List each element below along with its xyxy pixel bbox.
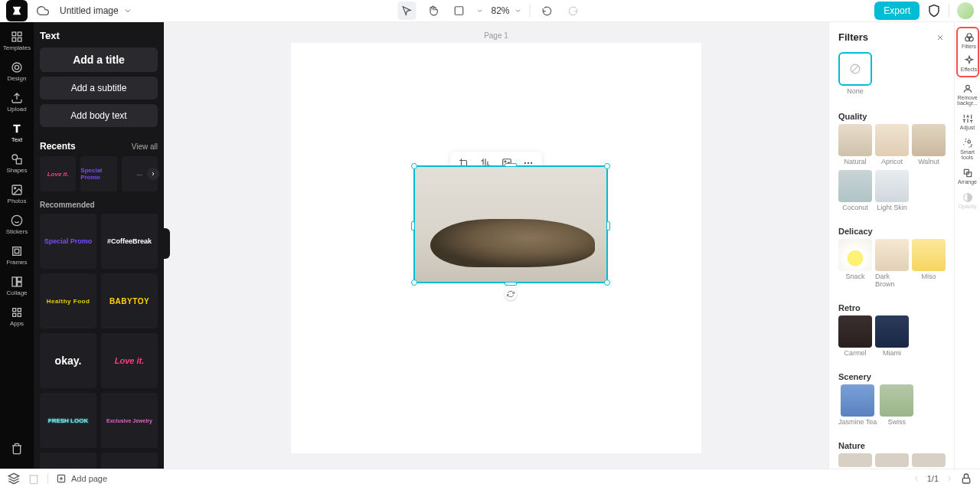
nav-collage[interactable]: Collage (2, 272, 32, 299)
svg-rect-1 (12, 32, 16, 36)
svg-rect-12 (13, 247, 21, 255)
text-style[interactable]: FRESH LOOK (40, 393, 96, 448)
svg-rect-8 (16, 159, 21, 164)
svg-rect-0 (455, 7, 463, 15)
svg-point-23 (524, 162, 526, 164)
text-style[interactable]: #CoffeeBreak (101, 214, 158, 269)
resize-handle-ml[interactable] (411, 221, 415, 230)
filter-walnut[interactable]: Walnut (912, 124, 946, 165)
svg-marker-47 (8, 473, 18, 479)
text-style[interactable]: okay. (40, 333, 96, 388)
nav-templates[interactable]: Templates (2, 27, 32, 54)
nav-frames[interactable]: Frames (2, 241, 32, 269)
filter-dark-brown[interactable]: Dark Brown (875, 239, 909, 288)
filters-panel: Filters None Quality Natural Apricot Wal… (828, 22, 954, 469)
filter-miami[interactable]: Miami (875, 315, 909, 357)
nav-trash[interactable] (2, 435, 32, 462)
hand-tool[interactable] (423, 2, 442, 20)
canvas-area[interactable]: Page 1 (164, 22, 828, 469)
layers-icon[interactable] (8, 472, 20, 485)
page-label: Page 1 (164, 31, 828, 40)
chevron-down-icon[interactable] (514, 7, 522, 15)
resize-handle-bc[interactable] (505, 282, 517, 286)
filter-natural[interactable]: Natural (838, 124, 872, 165)
recent-style[interactable]: Special Promo (80, 156, 116, 191)
rotate-handle[interactable] (505, 288, 517, 300)
filter-nature-2[interactable] (875, 453, 909, 467)
rail-opacity[interactable]: Opacity (956, 189, 979, 212)
filter-carmel[interactable]: Carmel (838, 315, 872, 357)
zoom-level[interactable]: 82% (491, 5, 509, 16)
redo-button (564, 2, 583, 20)
text-style[interactable]: BABYTOY (101, 273, 158, 328)
nav-stickers[interactable]: Stickers (2, 211, 32, 238)
resize-tool[interactable] (449, 2, 468, 20)
selected-image[interactable] (413, 165, 608, 283)
add-page-button[interactable]: Add page (56, 473, 107, 484)
nav-design[interactable]: Design (2, 57, 32, 85)
text-style[interactable]: Healthy Food (40, 273, 96, 328)
svg-point-6 (15, 65, 18, 69)
app-logo[interactable] (6, 0, 28, 21)
svg-point-24 (528, 162, 529, 164)
text-style[interactable]: BUSINESS AGENCY (101, 453, 158, 469)
rail-filters[interactable]: Filters (958, 29, 981, 52)
resize-handle-bl[interactable] (411, 279, 417, 286)
nav-photos[interactable]: Photos (2, 180, 32, 208)
resize-handle-tr[interactable] (604, 163, 610, 169)
nav-rail: Templates Design Upload Text Shapes Phot… (0, 22, 34, 469)
text-style[interactable]: Exclusive Jewelry (101, 393, 158, 448)
select-tool[interactable] (397, 2, 416, 20)
user-avatar[interactable] (957, 2, 974, 19)
nav-text[interactable]: Text (2, 119, 32, 146)
text-style[interactable]: Special Promo (40, 214, 96, 269)
top-toolbar: Untitled image 82% Export (0, 0, 980, 22)
svg-point-22 (505, 161, 506, 162)
lock-icon[interactable] (960, 472, 972, 485)
filter-light-skin[interactable]: Light Skin (875, 170, 909, 211)
rail-smart-tools[interactable]: Smart tools (956, 135, 979, 163)
chevron-down-icon[interactable] (123, 6, 132, 15)
filter-swiss[interactable]: Swiss (880, 384, 913, 426)
resize-handle-mr[interactable] (606, 221, 610, 230)
filter-coconut[interactable]: Coconut (838, 170, 872, 211)
filter-none[interactable] (838, 52, 872, 86)
svg-rect-3 (12, 38, 16, 41)
rail-effects[interactable]: Effects (958, 52, 981, 75)
cloud-sync-icon[interactable] (37, 5, 49, 17)
nav-upload[interactable]: Upload (2, 88, 32, 116)
shield-icon[interactable] (927, 4, 941, 18)
filter-snack[interactable]: Snack (838, 239, 872, 288)
text-style[interactable]: WHAT IF.. (40, 453, 96, 469)
canvas[interactable] (291, 43, 701, 453)
filter-miso[interactable]: Miso (912, 239, 946, 288)
resize-handle-br[interactable] (604, 279, 610, 286)
bottom-bar: Add page 1/1 (0, 469, 980, 487)
document-title[interactable]: Untitled image (60, 5, 119, 16)
panel-title: Text (40, 30, 158, 41)
nav-apps[interactable]: Apps (2, 302, 32, 330)
recents-label: Recents (40, 141, 76, 152)
filter-jasmine-tea[interactable]: Jasmine Tea (838, 384, 877, 426)
recents-next[interactable] (147, 168, 159, 180)
close-icon[interactable] (936, 33, 945, 42)
recommended-label: Recommended (40, 201, 95, 209)
filter-apricot[interactable]: Apricot (875, 124, 909, 165)
add-title-button[interactable]: Add a title (40, 47, 158, 72)
rail-adjust[interactable]: Adjust (956, 110, 979, 133)
resize-handle-tl[interactable] (411, 163, 417, 169)
export-button[interactable]: Export (874, 2, 920, 20)
view-all-link[interactable]: View all (132, 142, 158, 151)
text-style[interactable]: Love it. (101, 333, 158, 388)
rail-remove-bg[interactable]: Remove backgr... (956, 80, 979, 109)
add-subtitle-button[interactable]: Add a subtitle (40, 77, 158, 100)
rail-arrange[interactable]: Arrange (956, 165, 979, 188)
undo-button[interactable] (538, 2, 557, 20)
filter-nature-1[interactable] (838, 453, 872, 467)
add-body-button[interactable]: Add body text (40, 104, 158, 127)
filter-nature-3[interactable] (912, 453, 946, 467)
resize-handle-tc[interactable] (505, 163, 517, 167)
chevron-down-icon[interactable] (475, 7, 483, 15)
recent-style[interactable]: Love it. (40, 156, 76, 191)
nav-shapes[interactable]: Shapes (2, 149, 32, 177)
